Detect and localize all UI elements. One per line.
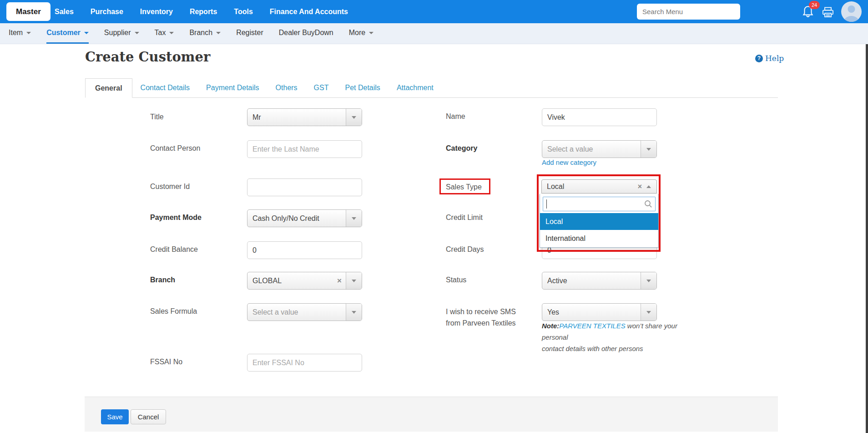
print-icon[interactable] [822,7,834,18]
tab-general[interactable]: General [85,78,132,98]
chevron-up-icon [646,185,651,188]
clear-selection-icon[interactable]: × [333,276,346,285]
customer-id-label: Customer Id [150,183,190,191]
subnav-item[interactable]: Branch [189,23,221,44]
cancel-button[interactable]: Cancel [131,409,166,424]
tab-pet-details[interactable]: Pet Details [337,78,389,97]
dropdown-option-local[interactable]: Local [540,213,658,230]
credit-balance-input[interactable] [247,241,362,259]
chevron-down-icon [352,217,356,220]
dropdown-button[interactable] [346,109,362,126]
customer-id-input[interactable] [247,178,362,196]
sms-optin-label-line2: from Parveen Textiles [446,319,516,327]
chevron-down-icon [352,280,356,282]
contact-person-input[interactable] [247,140,362,158]
branch-label: Branch [150,276,175,284]
nav-finance-and-accounts[interactable]: Finance And Accounts [270,8,348,16]
sms-optin-value: Yes [542,308,641,316]
chevron-down-icon [135,32,139,34]
chevron-down-icon [646,280,651,282]
dropdown-search-input[interactable] [543,197,656,211]
nav-master-button[interactable]: Master [6,2,50,21]
chevron-down-icon [84,32,89,34]
status-select[interactable]: Active [542,272,657,290]
sales-type-select[interactable]: Local × [541,179,657,194]
dropdown-button[interactable] [346,210,362,227]
subnav-item-dealer-buydown[interactable]: Dealer BuyDown [279,23,333,44]
tab-contact-details[interactable]: Contact Details [132,78,198,97]
sales-formula-value: Select a value [247,308,346,316]
top-navbar: Master Sales Purchase Inventory Reports … [0,0,868,23]
search-icon [644,200,652,208]
sales-type-label: Sales Type [446,183,482,191]
title-select[interactable]: Mr [247,108,362,126]
chevron-down-icon [352,311,356,314]
fssai-no-label: FSSAI No [150,358,182,366]
chevron-down-icon [646,148,651,151]
help-link[interactable]: ? Help [755,54,784,63]
person-icon [841,1,862,22]
tab-payment-details[interactable]: Payment Details [198,78,267,97]
subnav-item-register[interactable]: Register [236,23,263,44]
nav-sales[interactable]: Sales [55,8,74,16]
subnav-item[interactable]: Supplier [104,23,139,44]
chevron-down-icon [646,311,651,314]
dropdown-button[interactable] [641,141,656,158]
sales-formula-select[interactable]: Select a value [247,303,362,321]
status-value: Active [542,277,641,285]
chevron-down-icon [169,32,174,34]
scrollbar[interactable] [866,44,868,433]
nav-reports[interactable]: Reports [190,8,217,16]
dropdown-button[interactable] [641,304,656,321]
add-new-category-link[interactable]: Add new category [542,158,596,166]
notification-count-badge: 24 [809,1,820,9]
dropdown-option-international[interactable]: International [540,230,658,247]
form-tabs: General Contact Details Payment Details … [85,78,778,98]
credit-days-label: Credit Days [446,245,484,254]
dropdown-button[interactable] [641,272,656,289]
subnav-item[interactable]: Tax [155,23,174,44]
name-input[interactable] [542,108,657,126]
branch-value: GLOBAL [247,277,333,285]
help-icon: ? [755,55,763,62]
nav-tools[interactable]: Tools [234,8,252,16]
nav-inventory[interactable]: Inventory [140,8,173,16]
subnav-item[interactable]: Item [9,23,31,44]
sales-type-value: Local [542,183,633,191]
sms-privacy-note: Note:PARVEEN TEXTILES won’t share your p… [542,320,696,354]
branch-select[interactable]: GLOBAL × [247,272,362,290]
payment-mode-label: Payment Mode [150,214,202,222]
chevron-down-icon [216,32,221,34]
tab-others[interactable]: Others [267,78,306,97]
subnav-item-more[interactable]: More [349,23,373,44]
create-customer-page: Master Sales Purchase Inventory Reports … [0,0,868,433]
chevron-down-icon [369,32,373,34]
dropdown-button[interactable] [346,304,362,321]
note-prefix: Note: [542,322,559,330]
title-label: Title [150,113,164,121]
payment-mode-select[interactable]: Cash Only/No Credit [247,209,362,227]
chevron-down-icon [352,116,356,119]
tab-gst[interactable]: GST [306,78,337,97]
module-subnav: Item Customer Supplier Tax Branch Regist… [0,23,868,44]
nav-purchase[interactable]: Purchase [91,8,123,16]
save-button[interactable]: Save [101,409,129,424]
title-select-value: Mr [247,113,346,122]
top-nav-items: Sales Purchase Inventory Reports Tools F… [55,0,348,23]
search-menu-input[interactable] [637,4,740,20]
category-select[interactable]: Select a value [542,140,657,158]
sms-optin-select[interactable]: Yes [542,303,657,321]
fssai-no-input[interactable] [247,354,362,372]
clear-selection-icon[interactable]: × [633,183,646,191]
subnav-item-customer[interactable]: Customer [46,23,89,44]
dropdown-button[interactable] [346,272,362,289]
contact-person-label: Contact Person [150,144,200,153]
name-label: Name [446,112,465,121]
form-footer: Save Cancel [85,397,778,432]
user-avatar[interactable] [841,1,862,22]
note-line2: contact details with other persons [542,345,643,352]
note-brand: PARVEEN TEXTILES [559,322,625,330]
tab-attachment[interactable]: Attachment [389,78,442,97]
credit-limit-label: Credit Limit [446,214,483,222]
category-label: Category [446,144,477,153]
